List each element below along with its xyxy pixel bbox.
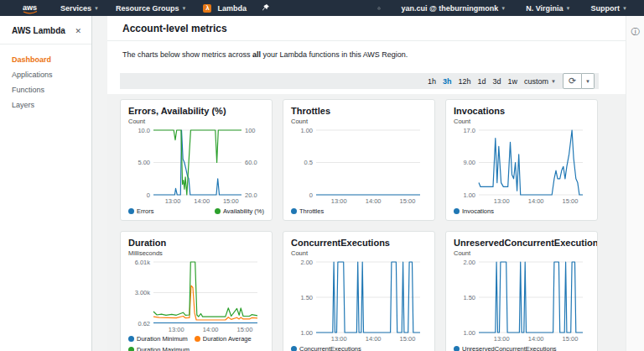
legend-dot-icon	[128, 347, 134, 351]
chart-legend-duration: Duration MinimumDuration AverageDuration…	[128, 334, 264, 351]
svg-text:15:00: 15:00	[237, 326, 253, 333]
legend-label: Duration Minimum	[137, 334, 188, 343]
nav-right-group: yan.cui @ theburningmonk ▼ N. Virginia ▼…	[369, 3, 636, 13]
legend-dot-icon	[215, 208, 221, 214]
close-icon[interactable]: ✕	[75, 27, 81, 35]
svg-text:15:00: 15:00	[563, 197, 579, 205]
sidebar-nav: DashboardApplicationsFunctionsLayers	[0, 45, 91, 113]
legend-label: Invocations	[462, 207, 494, 216]
svg-text:13:00: 13:00	[165, 197, 181, 205]
chart-ylabel-unreserved-concurrent-executions: Count	[454, 249, 589, 257]
legend-dot-icon	[454, 208, 460, 214]
range-custom-label: custom	[524, 77, 548, 86]
svg-text:1.50: 1.50	[300, 294, 313, 301]
chevron-down-icon: ▼	[501, 6, 506, 11]
chart-card-duration: DurationMilliseconds6.01k3.00k0.6213:001…	[120, 231, 273, 351]
refresh-icon: ⟳	[569, 76, 576, 86]
top-navigation-bar: aws Services ▼ Resource Groups ▼ λ Lambd…	[0, 0, 644, 16]
svg-text:6.01k: 6.01k	[135, 259, 151, 266]
sidebar-item-applications[interactable]: Applications	[0, 67, 91, 82]
legend-dot-icon	[454, 346, 460, 351]
nav-region-menu[interactable]: N. Virginia ▼	[517, 4, 579, 13]
svg-text:100: 100	[245, 127, 256, 134]
nav-lambda-label: Lambda	[217, 4, 247, 13]
chart-card-errors-availability: Errors, Availability (%)Count10.05.00010…	[120, 99, 273, 221]
legend-item: Duration Minimum	[128, 334, 188, 343]
page-title: Account-level metrics	[122, 23, 610, 34]
chart-invocations: 17.09.001.0013:0014:0015:00	[454, 127, 589, 206]
chart-duration: 6.01k3.00k0.6213:0014:0015:00	[128, 259, 264, 333]
chevron-down-icon: ▼	[551, 79, 556, 84]
svg-text:1.00: 1.00	[300, 329, 313, 337]
svg-text:13:00: 13:00	[331, 197, 347, 205]
range-3d[interactable]: 3d	[493, 77, 501, 86]
content-panel: Account-level metrics The charts below s…	[107, 16, 626, 351]
refresh-options-button[interactable]: ▼	[582, 73, 595, 89]
nav-support-menu[interactable]: Support ▼	[583, 4, 636, 13]
chart-throttles: 1.000.5013:0014:0015:00	[291, 127, 427, 206]
legend-label: Throttles	[299, 207, 324, 216]
chart-legend-unreserved-concurrent-executions: UnreservedConcurrentExecutions	[454, 344, 589, 351]
svg-text:15:00: 15:00	[400, 335, 416, 343]
refresh-button[interactable]: ⟳	[563, 73, 582, 89]
aws-logo[interactable]: aws	[20, 3, 40, 14]
legend-item: UnreservedConcurrentExecutions	[454, 344, 557, 351]
svg-text:10.0: 10.0	[138, 127, 150, 134]
chart-ylabel-throttles: Count	[291, 118, 427, 125]
svg-text:0.62: 0.62	[138, 320, 150, 327]
svg-text:13:00: 13:00	[169, 326, 184, 333]
help-panel-strip: ⓘ	[626, 16, 644, 351]
nav-lambda-shortcut[interactable]: λ Lambda	[195, 0, 255, 16]
legend-item: ConcurrentExecutions	[291, 344, 361, 351]
svg-text:14:00: 14:00	[528, 335, 544, 343]
svg-text:20.0: 20.0	[245, 191, 257, 199]
legend-dot-icon	[195, 336, 200, 342]
legend-item: Duration Average	[195, 334, 252, 343]
range-custom[interactable]: custom ▼	[524, 77, 556, 86]
sidebar-item-layers[interactable]: Layers	[0, 97, 91, 113]
nav-services-menu[interactable]: Services ▼	[52, 0, 107, 16]
legend-item: Errors	[128, 207, 153, 216]
charts-grid: Errors, Availability (%)Count10.05.00010…	[120, 99, 599, 351]
legend-label: Duration Maximum	[137, 345, 190, 351]
description-prefix: The charts below show metrics across	[122, 50, 252, 59]
nav-account-label: yan.cui @ theburningmonk	[401, 4, 498, 13]
legend-dot-icon	[291, 346, 297, 351]
svg-text:13:00: 13:00	[494, 335, 510, 343]
chart-ylabel-errors-availability: Count	[128, 118, 264, 125]
chart-unreserved-concurrent-executions: 2.001.501.0013:0014:0015:00	[454, 259, 589, 343]
legend-item: Duration Maximum	[128, 345, 190, 351]
refresh-button-group: ⟳ ▼	[563, 73, 595, 89]
page-description: The charts below show metrics across all…	[107, 41, 626, 66]
legend-label: Availability (%)	[223, 207, 264, 216]
nav-resource-groups-menu[interactable]: Resource Groups ▼	[107, 0, 195, 16]
svg-text:13:00: 13:00	[494, 197, 510, 205]
range-12h[interactable]: 12h	[458, 77, 470, 86]
bell-icon[interactable]	[369, 3, 389, 13]
range-1d[interactable]: 1d	[477, 77, 486, 86]
legend-dot-icon	[128, 208, 134, 214]
chart-ylabel-concurrent-executions: Count	[291, 249, 427, 257]
sidebar-item-dashboard[interactable]: Dashboard	[0, 52, 91, 67]
sidebar-title: AWS Lambda	[12, 26, 65, 35]
chart-title-concurrent-executions: ConcurrentExecutions	[291, 238, 427, 248]
range-3h[interactable]: 3h	[443, 77, 452, 86]
legend-label: UnreservedConcurrentExecutions	[462, 344, 557, 351]
nav-account-menu[interactable]: yan.cui @ theburningmonk ▼	[392, 4, 514, 13]
legend-label: ConcurrentExecutions	[299, 344, 361, 351]
range-1w[interactable]: 1w	[508, 77, 518, 86]
nav-services-label: Services	[60, 4, 91, 13]
sidebar-item-functions[interactable]: Functions	[0, 82, 91, 97]
chart-title-unreserved-concurrent-executions: UnreservedConcurrentExecutions	[454, 238, 589, 248]
svg-text:2.00: 2.00	[300, 259, 313, 266]
chart-title-duration: Duration	[128, 238, 264, 248]
chart-title-throttles: Throttles	[291, 106, 427, 116]
chart-ylabel-invocations: Count	[454, 118, 589, 125]
info-icon[interactable]: ⓘ	[631, 27, 640, 36]
svg-text:3.00k: 3.00k	[135, 289, 151, 296]
description-bold: all	[252, 50, 261, 59]
svg-text:5.00: 5.00	[138, 159, 150, 166]
range-1h[interactable]: 1h	[428, 77, 436, 86]
pin-icon[interactable]	[262, 3, 270, 13]
svg-text:14:00: 14:00	[528, 197, 544, 205]
